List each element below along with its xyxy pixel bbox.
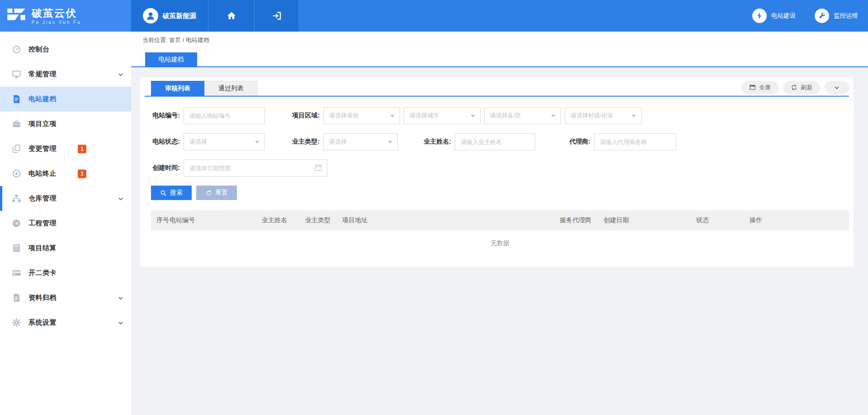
col-owner-type: 业主类型 <box>305 216 342 224</box>
region-label: 项目区域: <box>291 112 320 120</box>
mode-station-build-label: 电站建设 <box>771 12 796 20</box>
content-panel: 审核列表 通过列表 全屏 <box>140 77 854 266</box>
record-circle-icon <box>11 169 21 179</box>
wrench-icon <box>815 9 829 23</box>
topbar: 破茧云伏 Po Jian Yun Fu 破茧新能源 <box>0 0 868 32</box>
col-seq: 序号 <box>151 216 170 224</box>
sidebar-item-system-settings[interactable]: 系统设置 <box>0 310 131 335</box>
breadcrumb: 当前位置: 首页 / 电站建档 <box>131 32 868 49</box>
archive-file-icon <box>11 293 21 303</box>
county-select[interactable]: 请选择县/区 <box>484 107 561 124</box>
sidebar-item-station-filing[interactable]: 电站建档 <box>0 87 131 112</box>
sidebar-item-data-archive[interactable]: 资料归档 <box>0 285 131 310</box>
empty-state: 无数据 <box>151 230 849 247</box>
change-mgmt-badge: 1 <box>78 145 86 153</box>
agent-label: 代理商: <box>561 138 590 146</box>
filter-form: 电站编号: 项目区域: 请选择省份 请选择城市 请选择县/区 请选择村镇/街道 … <box>140 97 854 177</box>
magnifier-icon <box>160 190 167 196</box>
col-actions: 操作 <box>750 216 849 224</box>
filter-actions: 搜索 重置 <box>140 186 854 200</box>
sidebar: 控制台 常规管理 电站建档 项目立项 <box>0 32 131 415</box>
col-created-date: 创建日期 <box>604 216 696 224</box>
village-select[interactable]: 请选择村镇/街道 <box>565 107 642 124</box>
briefcase-icon <box>11 119 21 129</box>
owner-name-input[interactable] <box>455 133 535 150</box>
logout-icon <box>271 10 282 21</box>
brand-logo-icon <box>7 9 26 23</box>
user-icon <box>145 10 156 21</box>
breadcrumb-text: 当前位置: 首页 / 电站建档 <box>142 36 209 44</box>
sidebar-item-change-mgmt[interactable]: 变更管理 1 <box>0 136 131 161</box>
sidebar-item-console[interactable]: 控制台 <box>0 37 131 62</box>
reset-button[interactable]: 重置 <box>196 186 237 200</box>
logout-button[interactable] <box>254 0 298 32</box>
sidebar-item-general-mgmt[interactable]: 常规管理 <box>0 62 131 87</box>
col-station-no: 电站编号 <box>170 216 262 224</box>
mode-monitor-ops[interactable]: 监控运维 <box>815 9 858 23</box>
topnav-right: 电站建设 监控运维 <box>298 0 868 32</box>
sidebar-item-warehouse-mgmt[interactable]: 仓库管理 <box>0 186 131 211</box>
sidebar-item-engineering-mgmt[interactable]: 工程管理 <box>0 211 131 236</box>
avatar <box>143 8 158 23</box>
station-no-input[interactable] <box>184 107 265 124</box>
mode-station-build[interactable]: 电站建设 <box>752 9 796 23</box>
dashboard-icon <box>11 45 21 55</box>
sidebar-item-project-initiation[interactable]: 项目立项 <box>0 112 131 136</box>
fullscreen-icon <box>749 84 756 91</box>
chevron-down-icon <box>834 84 840 91</box>
city-select[interactable]: 请选择城市 <box>404 107 481 124</box>
chevron-down-icon <box>118 71 124 78</box>
brand-title: 破茧云伏 <box>32 7 81 19</box>
user-menu[interactable]: 破茧新能源 <box>131 0 208 32</box>
copy-files-icon <box>11 144 21 154</box>
province-select[interactable]: 请选择省份 <box>323 107 400 124</box>
gauge-icon <box>11 219 21 228</box>
lightning-icon <box>752 9 767 23</box>
company-name: 破茧新能源 <box>163 12 197 20</box>
sidebar-item-project-settlement[interactable]: 项目结算 <box>0 236 131 261</box>
page-tab-bar: 电站建档 <box>131 49 868 67</box>
mode-monitor-ops-label: 监控运维 <box>834 12 858 20</box>
gear-icon <box>11 318 21 328</box>
col-service-agent: 服务代理商 <box>560 216 604 224</box>
tab-passed-list[interactable]: 通过列表 <box>204 81 258 96</box>
agent-input[interactable] <box>594 133 676 150</box>
main-content: 当前位置: 首页 / 电站建档 电站建档 审核列表 通过列表 全屏 <box>131 32 868 415</box>
station-status-label: 电站状态: <box>151 138 180 146</box>
col-project-address: 项目地址 <box>342 216 560 224</box>
station-termination-badge: 1 <box>78 169 86 178</box>
calculator-icon <box>11 243 21 253</box>
home-button[interactable] <box>208 0 254 32</box>
reset-icon <box>205 190 212 196</box>
sidebar-item-class2-card[interactable]: 开二类卡 <box>0 261 131 285</box>
panel-tabstrip: 审核列表 通过列表 全屏 <box>145 77 849 97</box>
created-time-label: 创建时间: <box>151 164 180 172</box>
refresh-icon <box>791 84 797 91</box>
owner-name-label: 业主姓名: <box>422 138 451 146</box>
chevron-down-icon <box>118 320 124 326</box>
tab-review-list[interactable]: 审核列表 <box>151 81 204 96</box>
credit-card-icon <box>11 268 21 278</box>
station-no-label: 电站编号: <box>151 112 180 120</box>
home-icon <box>226 10 237 21</box>
table-header: 序号 电站编号 业主姓名 业主类型 项目地址 服务代理商 创建日期 状态 操作 <box>151 210 849 230</box>
page-tab-station-filing[interactable]: 电站建档 <box>145 52 197 66</box>
chevron-down-icon <box>118 295 124 301</box>
sidebar-item-station-termination[interactable]: 电站终止 1 <box>0 161 131 186</box>
collapse-search-button[interactable] <box>825 81 849 94</box>
date-range-input[interactable] <box>184 159 327 177</box>
col-owner-name: 业主姓名 <box>262 216 305 224</box>
owner-type-select[interactable]: 请选择 <box>323 133 398 150</box>
topnav-dark-group: 破茧新能源 <box>131 0 298 32</box>
search-button[interactable]: 搜索 <box>151 186 192 200</box>
refresh-button[interactable]: 刷新 <box>783 81 820 94</box>
monitor-icon <box>11 70 21 79</box>
brand-subtitle: Po Jian Yun Fu <box>32 20 81 25</box>
chevron-down-icon <box>118 196 124 202</box>
sitemap-icon <box>11 194 21 204</box>
col-status: 状态 <box>696 216 750 224</box>
owner-type-label: 业主类型: <box>291 138 320 146</box>
document-icon <box>11 94 21 104</box>
station-status-select[interactable]: 请选择 <box>184 133 265 150</box>
fullscreen-button[interactable]: 全屏 <box>741 81 778 94</box>
